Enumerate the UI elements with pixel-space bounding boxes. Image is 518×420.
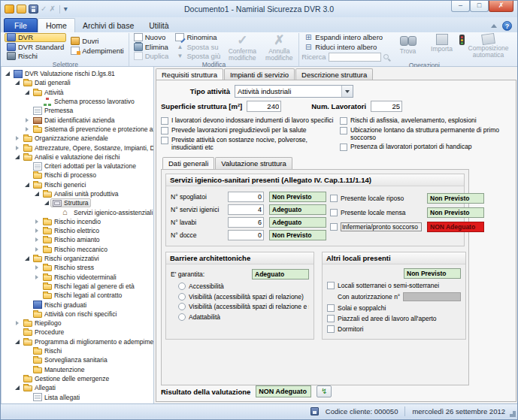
tree-item[interactable]: Rischio stress [2,263,153,272]
tree-expander-icon[interactable] [14,340,21,344]
checkbox-row[interactable]: Prevede lavorazioni pregiudizievoli per … [161,127,340,134]
checkbox-row[interactable]: I lavoratori devono indossare indumenti … [161,117,340,125]
servizi-count-input[interactable] [228,192,264,202]
tree-item[interactable]: Rischi legati al contratto [2,291,153,300]
checkbox[interactable] [161,137,168,144]
tree-item[interactable]: Procedure [2,328,153,337]
cancel-icon[interactable] [49,5,55,14]
tree-item[interactable]: Attività con rischi specifici [2,310,153,319]
tree-item[interactable]: DVR Valutazione rischi D.lgs.81 [2,69,153,78]
checkbox[interactable] [327,282,335,289]
tree-item[interactable]: Rischio elettrico [2,226,153,235]
tab-impianti-di-servizio[interactable]: Impianti di servizio [224,68,295,80]
tree-expander-icon[interactable] [23,90,31,95]
tree-item[interactable]: Allegati [2,383,153,392]
superficie-input[interactable] [247,101,281,112]
tree-item[interactable]: Gestione delle emergenze [2,374,153,383]
tab-valutazione-struttura[interactable]: Valutazione struttura [215,157,292,169]
tree-item[interactable]: Servizi igienico-assistenziali [2,207,153,216]
checkbox[interactable] [330,223,338,231]
tree-item[interactable]: Riepilogo [2,319,153,328]
qat-dropdown-icon[interactable] [64,5,68,14]
checkbox[interactable] [330,195,338,202]
app-icon[interactable] [5,5,14,14]
checkbox[interactable] [340,127,347,134]
tab-requisiti-struttura[interactable]: Requisiti struttura [156,68,223,80]
tree-item[interactable]: Analisi unità produttiva [2,189,153,198]
tree-item[interactable]: Dati identificativi azienda [2,115,153,124]
adempimenti-button[interactable]: Adempimenti [68,47,126,56]
radio-button[interactable] [178,283,186,290]
tab-utilita[interactable]: Utilità [141,19,176,32]
tree-item[interactable]: Rischi organizzativi [2,254,153,263]
checkbox-row[interactable]: Rischi di asfissia, avvelenamento, esplo… [340,117,511,125]
tab-file[interactable]: File [4,18,38,32]
ribbon-collapse-icon[interactable] [491,24,497,28]
tree-expander-icon[interactable] [23,256,31,261]
servizi-count-input[interactable] [228,204,264,215]
radio-row[interactable]: Visibilità (accessibilità spazi di relaz… [178,303,309,310]
chevron-down-icon[interactable] [341,86,353,97]
radio-button[interactable] [178,313,186,321]
servizi-count-input[interactable] [228,217,264,228]
tree-item[interactable]: Manutenzione [2,365,153,374]
tree-expander-icon[interactable] [4,71,11,76]
checkbox[interactable] [161,117,168,125]
tree-item[interactable]: Sorveglianza sanitaria [2,355,153,364]
radio-button[interactable] [178,303,186,310]
tree-expander-icon[interactable] [23,127,31,131]
rischi-button[interactable]: Rischi [5,52,66,61]
tree-item[interactable]: Rischi [2,346,153,355]
tree-expander-icon[interactable] [33,247,41,252]
checkbox[interactable] [161,127,168,134]
solai-row[interactable]: Solai e soppalchi [327,304,461,312]
tab-dati-generali[interactable]: Dati generali [162,157,214,169]
tab-descrizione-struttura[interactable]: Descrizione struttura [295,68,373,80]
tree-expander-icon[interactable] [23,183,31,187]
tree-item[interactable]: Organizzazione aziendale [2,134,153,143]
tree-item[interactable]: Schema processo lavorativo [2,97,153,106]
radio-row[interactable]: Visibilità (accessibilità spazi di relaz… [178,293,309,301]
tree-item[interactable]: Rischio videoterminali [2,273,153,282]
tree-item[interactable]: Rischio incendio [2,217,153,226]
tree-item[interactable]: Attività [2,88,153,97]
importa-button[interactable]: Importa [428,33,456,53]
nuovo-button[interactable]: Nuovo [132,33,171,42]
riduci-albero-button[interactable]: Riduci intero albero [301,43,388,52]
tree-expander-icon[interactable] [14,155,21,159]
rinomina-button[interactable]: Rinomina [173,33,223,42]
stampa-button[interactable]: Stampa [513,33,518,55]
duvri-button[interactable]: Duvri [68,37,126,46]
trova-button[interactable]: Trova [391,33,426,55]
elimina-button[interactable]: Elimina [132,43,171,52]
radio-button[interactable] [178,293,186,301]
tree-item[interactable]: Programma di miglioramento e adempimenti [2,337,153,346]
tree-expander-icon[interactable] [33,192,41,196]
checkbox[interactable] [340,117,347,125]
open-icon[interactable] [17,5,26,14]
dvr-standard-button[interactable]: DVR Standard [5,43,66,52]
tipo-attivita-select[interactable]: Attività industriali [235,85,353,98]
semaforo-icon[interactable] [459,35,465,45]
save-icon[interactable] [29,5,38,14]
tree-expander-icon[interactable] [14,321,21,325]
tree-item[interactable]: Rischi generici [2,180,153,189]
tree-item[interactable]: Struttura [2,198,153,207]
tree-item[interactable]: Lista allegati [2,392,153,401]
resize-grip[interactable] [513,414,516,417]
tab-archivi-di-base[interactable]: Archivi di base [75,19,141,32]
tree-expander-icon[interactable] [33,237,41,242]
checkbox[interactable] [327,325,335,333]
tree-item[interactable]: Rischi graduati [2,300,153,309]
servizi-count-input[interactable] [228,230,264,240]
tree-item[interactable]: Sistema di prevenzione e protezione azie… [2,125,153,134]
duplica-button[interactable]: Duplica [132,52,171,61]
tree-item[interactable]: Analisi e valutazione dei rischi [2,153,153,162]
checkbox[interactable] [327,304,335,312]
minimize-button[interactable] [451,1,470,12]
num-lavoratori-input[interactable] [371,101,402,112]
annulla-modifiche-button[interactable]: Annulla modifiche [262,33,296,61]
dormitori-row[interactable]: Dormitori [327,325,461,333]
composizione-automatica-button[interactable]: Composizione automatica [467,33,510,58]
close-button[interactable] [489,1,513,12]
